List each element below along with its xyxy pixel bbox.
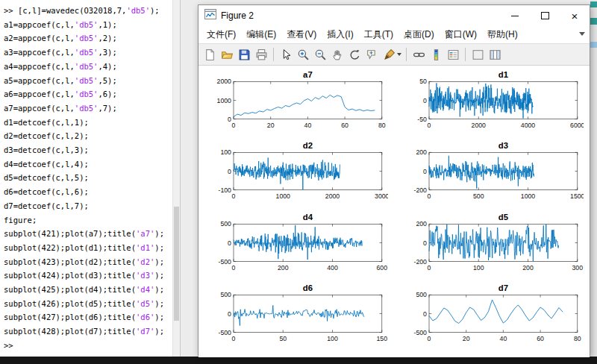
menubar-dock-icon[interactable] <box>579 32 585 36</box>
subplot-d3[interactable]: d3-2000200050010001500 <box>398 141 584 212</box>
svg-text:0: 0 <box>232 263 236 271</box>
menu-edit[interactable]: 编辑(E) <box>241 28 281 41</box>
svg-text:0: 0 <box>228 168 231 175</box>
hide-plot-tools-icon[interactable] <box>470 46 485 63</box>
svg-text:60: 60 <box>537 335 544 342</box>
svg-text:1000: 1000 <box>521 192 535 200</box>
svg-text:d6: d6 <box>303 283 313 292</box>
print-figure-icon[interactable] <box>254 46 269 63</box>
data-cursor-icon[interactable] <box>364 46 379 63</box>
svg-text:0: 0 <box>428 335 431 342</box>
svg-text:d3: d3 <box>498 142 508 151</box>
subplot-d4[interactable]: d4-50005000200400600 <box>203 213 388 283</box>
svg-text:d1: d1 <box>498 70 508 79</box>
zoom-in-icon[interactable] <box>296 46 310 63</box>
matlab-desktop: >> [c,l]=wavedec(O32018,7,'db5');a1=appc… <box>0 0 597 364</box>
svg-text:100: 100 <box>473 263 484 271</box>
subplot-d1[interactable]: d1-500500200040006000 <box>398 70 584 141</box>
svg-text:-500: -500 <box>414 329 428 336</box>
save-figure-icon[interactable] <box>237 46 251 63</box>
command-window-text: >> [c,l]=wavedec(O32018,7,'db5');a1=appc… <box>4 4 170 353</box>
close-button[interactable]: × <box>560 5 590 26</box>
command-window-scrollbar[interactable] <box>172 0 180 357</box>
scrollbar-thumb[interactable] <box>174 207 179 321</box>
show-plot-tools-icon[interactable] <box>487 46 502 63</box>
insert-legend-icon[interactable] <box>446 46 460 63</box>
figure-title: Figure 2 <box>221 10 254 21</box>
svg-text:20: 20 <box>267 122 275 129</box>
pan-icon[interactable] <box>330 46 345 63</box>
subplot-d2[interactable]: d2-10001000100020003000 <box>203 141 388 212</box>
svg-text:0: 0 <box>232 335 236 342</box>
toolbar-separator <box>406 48 407 61</box>
svg-text:6000: 6000 <box>570 122 584 129</box>
command-window[interactable]: >> [c,l]=wavedec(O32018,7,'db5');a1=appc… <box>0 0 181 357</box>
svg-text:1500: 1500 <box>570 192 584 200</box>
svg-text:0: 0 <box>228 310 231 317</box>
figure-app-icon <box>204 9 216 22</box>
svg-text:400: 400 <box>327 263 338 271</box>
svg-text:d5: d5 <box>498 213 508 222</box>
svg-text:-100: -100 <box>219 186 232 194</box>
zoom-out-icon[interactable] <box>313 46 328 63</box>
svg-text:150: 150 <box>377 335 388 342</box>
rotate-3d-icon[interactable] <box>347 46 362 63</box>
svg-text:40: 40 <box>500 335 507 342</box>
toolbar-separator <box>273 48 274 61</box>
brush-dropdown-icon[interactable] <box>397 53 401 56</box>
plots-grid: a7010002000020406080d1-50050020004000600… <box>199 66 590 357</box>
svg-text:3000: 3000 <box>375 192 388 200</box>
new-figure-icon[interactable] <box>202 46 217 63</box>
toolbar-separator <box>465 48 466 61</box>
figure-window: Figure 2 × 文件(F) 编辑(E) 查看(V) 插入(I) 工具(T)… <box>198 4 590 356</box>
svg-text:50: 50 <box>279 335 287 342</box>
menu-tools[interactable]: 工具(T) <box>359 28 398 41</box>
insert-colorbar-icon[interactable] <box>428 46 443 63</box>
svg-text:20: 20 <box>463 335 470 342</box>
link-plot-icon[interactable] <box>411 46 426 63</box>
minimize-button[interactable] <box>500 5 530 26</box>
svg-text:80: 80 <box>574 335 581 342</box>
svg-text:60: 60 <box>341 122 348 129</box>
brush-button[interactable] <box>381 46 401 63</box>
svg-text:500: 500 <box>220 291 231 298</box>
svg-text:0: 0 <box>232 122 236 129</box>
background-teal-block <box>590 18 597 25</box>
svg-text:200: 200 <box>416 220 427 228</box>
svg-text:a7: a7 <box>303 70 313 79</box>
svg-text:100: 100 <box>327 335 338 342</box>
subplot-d5[interactable]: d5-20002000100200300 <box>398 213 584 283</box>
svg-text:0: 0 <box>428 122 431 129</box>
subplot-d6[interactable]: d6-5000500050100150 <box>203 283 388 354</box>
open-file-icon[interactable] <box>219 46 234 63</box>
svg-text:0: 0 <box>428 192 431 200</box>
menu-window[interactable]: 窗口(W) <box>440 28 482 41</box>
edit-plot-icon[interactable] <box>278 46 293 63</box>
menu-file[interactable]: 文件(F) <box>201 28 241 41</box>
svg-text:-500: -500 <box>219 329 232 336</box>
background-blue-block <box>590 42 597 48</box>
svg-text:500: 500 <box>473 192 484 200</box>
figure-menubar: 文件(F) 编辑(E) 查看(V) 插入(I) 工具(T) 桌面(D) 窗口(W… <box>199 26 590 43</box>
menu-view[interactable]: 查看(V) <box>281 28 322 41</box>
menu-help[interactable]: 帮助(H) <box>482 28 523 41</box>
svg-text:d2: d2 <box>303 142 313 151</box>
svg-text:300: 300 <box>572 263 584 271</box>
menu-desktop[interactable]: 桌面(D) <box>398 28 440 41</box>
svg-text:0: 0 <box>423 239 427 246</box>
maximize-button[interactable] <box>530 5 560 26</box>
svg-text:0: 0 <box>423 310 427 317</box>
svg-text:0: 0 <box>423 97 427 104</box>
svg-text:0: 0 <box>232 192 236 200</box>
svg-text:0: 0 <box>228 116 231 123</box>
figure-titlebar[interactable]: Figure 2 × <box>199 5 590 26</box>
svg-text:4000: 4000 <box>521 122 535 129</box>
subplot-d7[interactable]: d7-5000500020406080 <box>398 283 584 354</box>
menu-insert[interactable]: 插入(I) <box>322 28 358 41</box>
svg-text:d7: d7 <box>498 283 508 292</box>
svg-text:0: 0 <box>228 239 231 246</box>
subplot-a7[interactable]: a7010002000020406080 <box>203 70 388 141</box>
brush-icon[interactable] <box>381 46 396 63</box>
taskbar <box>0 357 597 364</box>
svg-text:600: 600 <box>377 263 388 271</box>
